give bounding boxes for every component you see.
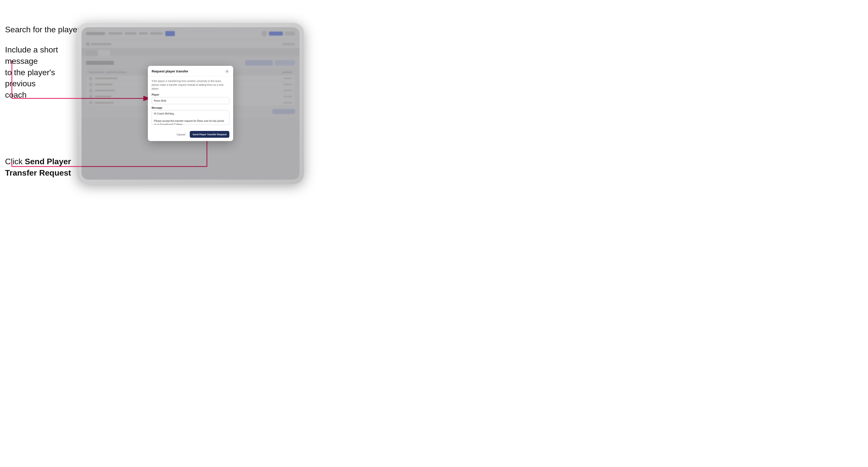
modal-close-button[interactable]: ×	[225, 69, 229, 74]
annotation-click: Click Send PlayerTransfer Request	[5, 156, 71, 179]
annotation-search: Search for the player.	[5, 24, 82, 35]
message-textarea[interactable]: Hi Coach McHarg, Please accept this tran…	[152, 110, 229, 125]
player-input[interactable]	[152, 97, 229, 104]
modal-title: Request player transfer	[152, 69, 188, 73]
tablet-screen: Request player transfer × If the player …	[82, 27, 300, 180]
annotation-message: Include a short messageto the player's p…	[5, 44, 76, 101]
modal-header: Request player transfer ×	[148, 66, 233, 76]
message-label: Message	[152, 106, 229, 109]
cancel-button[interactable]: Cancel	[174, 131, 188, 137]
modal-footer: Cancel Send Player Transfer Request	[148, 129, 233, 141]
modal-description: If the player is transferring from anoth…	[152, 79, 229, 91]
tablet-device: Request player transfer × If the player …	[77, 23, 304, 184]
send-transfer-request-button[interactable]: Send Player Transfer Request	[190, 131, 229, 138]
modal-body: If the player is transferring from anoth…	[148, 76, 233, 129]
modal-overlay: Request player transfer × If the player …	[82, 27, 300, 180]
modal-dialog: Request player transfer × If the player …	[148, 66, 233, 141]
player-label: Player	[152, 93, 229, 96]
